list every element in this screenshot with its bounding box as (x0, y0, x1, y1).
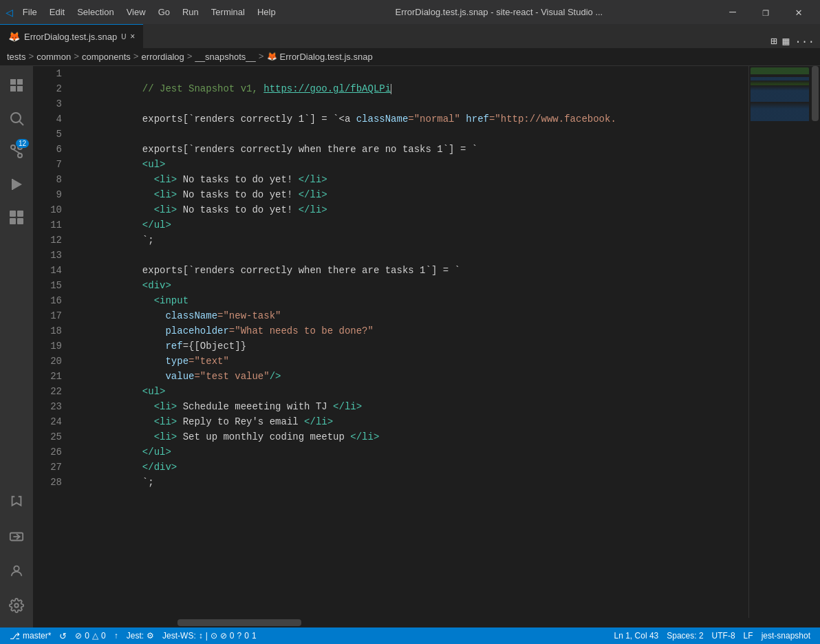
menu-selection[interactable]: Selection (72, 6, 119, 19)
status-position[interactable]: Ln 1, Col 43 (610, 627, 663, 644)
code-token: href (466, 114, 489, 125)
code-token: </li> (333, 401, 362, 412)
status-encoding[interactable]: UTF-8 (708, 627, 740, 644)
line-num-22: 22 (39, 384, 62, 399)
activity-settings[interactable] (0, 589, 33, 622)
close-button[interactable]: ✕ (783, 0, 814, 24)
title-buttons: — ❐ ✕ (717, 0, 814, 24)
jest-skip: 0 (244, 631, 249, 641)
code-token: ={[Object]} (183, 341, 246, 352)
status-spaces[interactable]: Spaces: 2 (662, 627, 707, 644)
activity-bar: 12 (0, 66, 33, 627)
code-token: <li> (154, 416, 177, 427)
code-token: No tasks to do yet! (177, 189, 298, 200)
breadcrumb-errordialog[interactable]: errordialog (142, 52, 184, 62)
menu-edit[interactable]: Edit (44, 6, 70, 19)
line-num-5: 5 (39, 127, 62, 142)
code-token: className (165, 310, 217, 321)
tab-errordialog[interactable]: 🦊 ErrorDialog.test.js.snap U × (0, 24, 143, 48)
breadcrumb-filename[interactable]: ErrorDialog.test.js.snap (280, 52, 373, 62)
breadcrumb-tests[interactable]: tests (7, 52, 25, 62)
window-title: ErrorDialog.test.js.snap - site-react - … (287, 7, 711, 17)
status-branch[interactable]: ⎇ master* (6, 627, 55, 644)
jest-count: 1 (252, 631, 257, 641)
status-upload[interactable]: ↑ (110, 627, 122, 644)
split-editor-button[interactable]: ⊞ (770, 34, 777, 48)
activity-search[interactable] (0, 102, 33, 135)
status-eol[interactable]: LF (740, 627, 757, 644)
line-num-3: 3 (39, 96, 62, 111)
status-jest-ws[interactable]: Jest-WS: ↕ | ⊙ ⊘ 0 ? 0 1 (158, 627, 261, 644)
line-numbers: 1 2 3 4 5 6 7 8 9 10 11 12 13 14 15 16 1 (33, 66, 67, 618)
menu-help[interactable]: Help (252, 6, 281, 19)
code-token: <ul> (142, 159, 166, 170)
line-num-2: 2 (39, 81, 62, 96)
horizontal-scrollbar[interactable] (67, 618, 820, 627)
svg-marker-6 (12, 179, 22, 190)
sync-icon: ↺ (59, 631, 67, 641)
line-num-12: 12 (39, 233, 62, 248)
code-token: <ul> (142, 386, 166, 397)
line-num-10: 10 (39, 202, 62, 217)
code-token: <li> (154, 174, 177, 185)
code-line-28 (73, 475, 748, 490)
status-errors[interactable]: ⊘ 0 △ 0 (71, 627, 109, 644)
activity-explorer[interactable] (0, 69, 33, 102)
code-line-5: exports[`renders correctly when there ar… (73, 127, 748, 142)
line-num-8: 8 (39, 172, 62, 187)
code-token: </li> (350, 431, 379, 442)
h-scrollbar-thumb[interactable] (177, 619, 301, 626)
status-jest[interactable]: Jest: ⚙ (122, 627, 158, 644)
editor-layout-button[interactable]: ▦ (783, 34, 790, 48)
activity-test[interactable] (0, 486, 33, 519)
line-num-11: 11 (39, 217, 62, 233)
code-token: ="What needs to be done?" (229, 325, 374, 336)
status-sync[interactable]: ↺ (55, 627, 71, 644)
encoding-label: UTF-8 (712, 631, 735, 641)
menu-go[interactable]: Go (153, 6, 175, 19)
activity-source-control[interactable]: 12 (0, 135, 33, 168)
error-icon: ⊘ (75, 631, 82, 641)
tab-close-button[interactable]: × (130, 32, 135, 41)
branch-icon: ⎇ (10, 631, 20, 641)
code-editor[interactable]: 1 2 3 4 5 6 7 8 9 10 11 12 13 14 15 16 1 (33, 66, 820, 627)
menu-view[interactable]: View (121, 6, 151, 19)
code-token: <div> (142, 280, 171, 291)
menu-run[interactable]: Run (177, 6, 204, 19)
vertical-scrollbar[interactable] (810, 66, 820, 618)
activity-extensions[interactable] (0, 201, 33, 234)
svg-point-0 (11, 113, 21, 122)
jest-ws-ok: ⊘ (220, 631, 227, 641)
tab-bar: 🦊 ErrorDialog.test.js.snap U × ⊞ ▦ ··· (0, 24, 820, 48)
activity-remote[interactable] (0, 520, 33, 553)
line-num-14: 14 (39, 263, 62, 278)
menu-terminal[interactable]: Terminal (206, 6, 250, 19)
breadcrumb-common[interactable]: common (36, 52, 71, 62)
code-token: </li> (299, 174, 327, 185)
breadcrumb: tests > common > components > errordialo… (0, 48, 820, 66)
code-token: <li> (154, 431, 177, 442)
line-num-13: 13 (39, 248, 62, 263)
line-num-19: 19 (39, 339, 62, 354)
activity-run[interactable] (0, 168, 33, 201)
breadcrumb-components[interactable]: components (82, 52, 131, 62)
jest-pass: 0 (230, 631, 235, 641)
warning-icon: △ (92, 631, 98, 641)
status-language[interactable]: jest-snapshot (757, 627, 814, 644)
code-token: ="text" (188, 356, 229, 367)
code-content: 1 2 3 4 5 6 7 8 9 10 11 12 13 14 15 16 1 (33, 66, 820, 618)
error-count: 0 (85, 631, 89, 641)
code-token: exports[`renders correctly 1`] = `<a (142, 114, 356, 125)
line-num-23: 23 (39, 399, 62, 414)
jest-ws-status: | (206, 631, 208, 641)
code-line-11: `; (73, 217, 748, 233)
status-bar: ⎇ master* ↺ ⊘ 0 △ 0 ↑ Jest: ⚙ Jest-WS: ↕… (0, 627, 820, 644)
breadcrumb-snapshots[interactable]: __snapshots__ (195, 52, 256, 62)
restore-button[interactable]: ❐ (750, 0, 781, 24)
activity-account[interactable] (0, 555, 33, 588)
minimize-button[interactable]: — (717, 0, 748, 24)
menu-file[interactable]: File (17, 6, 43, 19)
scrollbar-thumb[interactable] (812, 66, 819, 121)
code-token: <li> (154, 401, 177, 412)
more-actions-button[interactable]: ··· (795, 36, 814, 48)
